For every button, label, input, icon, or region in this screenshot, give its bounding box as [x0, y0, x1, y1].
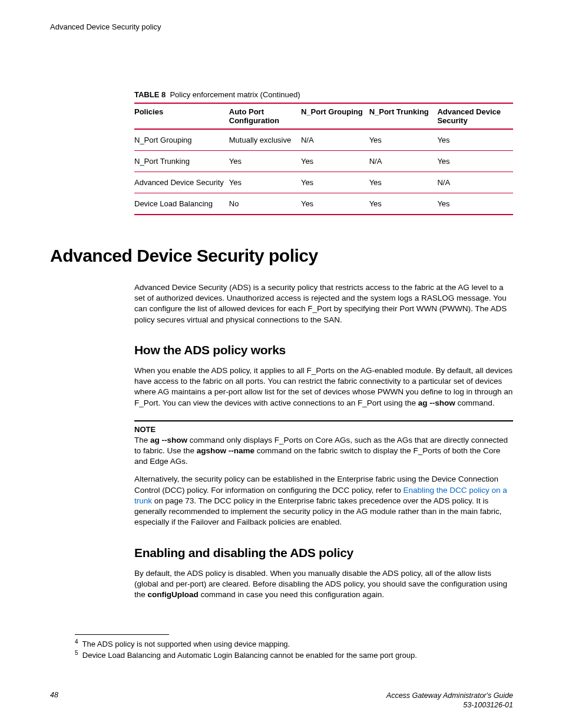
doc-id: 53-1003126-01 — [463, 701, 513, 709]
page-number: 48 — [50, 691, 58, 699]
footnotes: 4 The ADS policy is not supported when u… — [75, 634, 511, 661]
heading-how-works: How the ADS policy works — [134, 343, 513, 357]
table-row: Advanced Device Security Yes Yes Yes N/A — [134, 172, 513, 193]
table-row: N_Port Grouping Mutually exclusive N/A Y… — [134, 129, 513, 151]
paragraph: Alternatively, the security policy can b… — [134, 474, 513, 528]
paragraph: Advanced Device Security (ADS) is a secu… — [134, 282, 513, 325]
paragraph: When you enable the ADS policy, it appli… — [134, 365, 513, 409]
doc-title: Access Gateway Administrator's Guide — [386, 691, 513, 700]
heading-ads-policy: Advanced Device Security policy — [50, 246, 513, 266]
th-nport-trunking: N_Port Trunking — [369, 103, 438, 129]
table-row: Device Load Balancing No Yes Yes Yes — [134, 193, 513, 215]
paragraph: By default, the ADS policy is disabled. … — [134, 568, 513, 601]
table-label: TABLE 8 — [134, 90, 166, 99]
th-policies: Policies — [134, 103, 229, 129]
table-row: N_Port Trunking Yes Yes N/A Yes — [134, 151, 513, 172]
table-caption: TABLE 8 Policy enforcement matrix (Conti… — [134, 90, 513, 99]
policy-table: Policies Auto Port Configuration N_Port … — [134, 103, 513, 215]
th-nport-grouping: N_Port Grouping — [301, 103, 369, 129]
heading-enable-disable: Enabling and disabling the ADS policy — [134, 546, 513, 560]
note-label: NOTE — [134, 425, 513, 434]
page-footer: 48 Access Gateway Administrator's Guide … — [50, 691, 513, 710]
th-adv-security: Advanced Device Security — [437, 103, 513, 129]
note-rule — [134, 420, 513, 421]
running-header: Advanced Device Security policy — [50, 22, 513, 31]
note-body: The ag --show command only displays F_Po… — [134, 435, 513, 467]
th-auto-port: Auto Port Configuration — [229, 103, 301, 129]
table-caption-text: Policy enforcement matrix (Continued) — [170, 90, 300, 99]
